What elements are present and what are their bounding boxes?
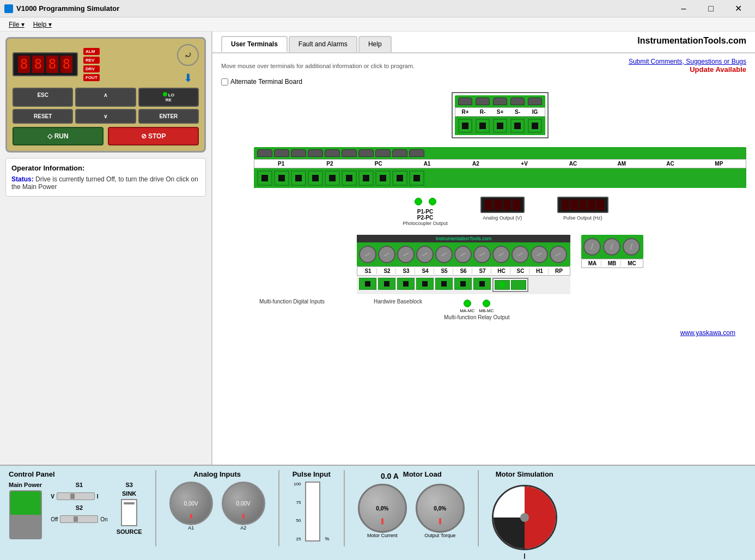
term-sq-1[interactable] xyxy=(257,171,272,186)
bot-screw-8[interactable]: / xyxy=(492,246,510,263)
term-p2[interactable]: P2 xyxy=(322,161,337,167)
relay-screw-3[interactable]: / xyxy=(623,238,640,255)
down-arrow-button[interactable]: ∨ xyxy=(75,109,136,124)
rs485-ig[interactable]: IG xyxy=(527,109,543,115)
s2-slider[interactable] xyxy=(60,515,98,523)
term-sq-9[interactable] xyxy=(392,171,407,186)
bot-sq-s6[interactable] xyxy=(454,278,472,290)
term-am[interactable]: AM xyxy=(614,161,629,167)
bot-screw-7[interactable]: / xyxy=(473,246,491,263)
motor-current-dial[interactable]: 0,0% xyxy=(358,484,407,533)
term-ac[interactable]: AC xyxy=(565,161,581,167)
a2-knob[interactable]: 0,00V xyxy=(222,482,265,525)
bot-sq-s7[interactable] xyxy=(473,278,491,290)
rs485-s-minus[interactable]: S- xyxy=(509,109,526,115)
term-sq-3[interactable] xyxy=(291,171,306,186)
bot-sq-s2[interactable] xyxy=(378,278,395,290)
seg-digit-1 xyxy=(18,56,30,73)
output-torque-dial[interactable]: 0,0% xyxy=(416,484,465,533)
tab-fault-alarms[interactable]: Fault and Alarms xyxy=(289,36,357,52)
bot-screw-1[interactable]: / xyxy=(359,246,376,263)
s2-label: S2 xyxy=(51,504,108,511)
bot-s2[interactable]: S2 xyxy=(379,268,396,274)
term-plusv[interactable]: +V xyxy=(517,161,532,167)
tab-help[interactable]: Help xyxy=(358,36,392,52)
bot-s5[interactable]: S5 xyxy=(436,268,453,274)
bot-screw-9[interactable]: / xyxy=(512,246,529,263)
motor-sim-title: Motor Simulation xyxy=(496,470,553,478)
bot-sq-s3[interactable] xyxy=(397,278,415,290)
rs485-t4[interactable] xyxy=(510,119,525,133)
bot-rp[interactable]: RP xyxy=(550,268,568,274)
bot-hc[interactable]: HC xyxy=(493,268,510,274)
mbmc-label: MB-MC xyxy=(479,308,494,313)
rs485-t3[interactable] xyxy=(493,119,507,133)
s1-slider[interactable] xyxy=(57,492,95,500)
bot-s7[interactable]: S7 xyxy=(474,268,491,274)
bot-s1[interactable]: S1 xyxy=(360,268,377,274)
term-sq-4[interactable] xyxy=(308,171,323,186)
term-p1[interactable]: P1 xyxy=(273,161,289,167)
bot-s3[interactable]: S3 xyxy=(398,268,415,274)
term-sq-10[interactable] xyxy=(409,171,424,186)
bot-screw-2[interactable]: / xyxy=(378,246,395,263)
bot-sq-s1[interactable] xyxy=(359,278,376,290)
term-ac2[interactable]: AC xyxy=(663,161,678,167)
close-button[interactable]: ✕ xyxy=(726,1,751,17)
relay-screw-1[interactable]: / xyxy=(583,238,601,255)
divider-2 xyxy=(278,470,279,546)
lo-re-button[interactable]: LORE xyxy=(138,88,199,107)
bot-screw-6[interactable]: / xyxy=(454,246,472,263)
relay-mc[interactable]: MC xyxy=(623,260,641,266)
bot-h1[interactable]: H1 xyxy=(531,268,549,274)
main-power-switch[interactable] xyxy=(9,490,42,539)
menu-help[interactable]: Help ▾ xyxy=(29,20,56,29)
scroll-icon[interactable]: ⤾ xyxy=(177,44,199,66)
bot-s4[interactable]: S4 xyxy=(417,268,434,274)
bot-sq-hc[interactable] xyxy=(495,280,510,290)
alternate-terminal-checkbox[interactable] xyxy=(221,78,228,86)
esc-button[interactable]: ESC xyxy=(13,88,73,107)
bot-screw-5[interactable]: / xyxy=(435,246,453,263)
enter-button[interactable]: ENTER xyxy=(138,109,199,124)
relay-screw-2[interactable]: / xyxy=(603,238,620,255)
term-sq-6[interactable] xyxy=(342,171,357,186)
term-a2[interactable]: A2 xyxy=(468,161,483,167)
term-a1[interactable]: A1 xyxy=(419,161,435,167)
yaskawa-link[interactable]: www.yaskawa.com xyxy=(680,329,735,337)
term-sq-5[interactable] xyxy=(325,171,340,186)
term-pc[interactable]: PC xyxy=(371,161,386,167)
submit-link[interactable]: Submit Comments, Suggestions or Bugs xyxy=(629,58,746,65)
rs485-t2[interactable] xyxy=(476,119,490,133)
term-sq-7[interactable] xyxy=(358,171,374,186)
maximize-button[interactable]: □ xyxy=(698,1,723,17)
bot-screw-4[interactable]: / xyxy=(416,246,434,263)
term-sq-8[interactable] xyxy=(375,171,391,186)
stop-button[interactable]: ⊘ STOP xyxy=(108,127,199,145)
bot-s6[interactable]: S6 xyxy=(455,268,472,274)
menu-file[interactable]: File ▾ xyxy=(4,20,29,29)
sink-source-switch[interactable] xyxy=(121,499,137,526)
bot-screw-11[interactable]: / xyxy=(550,246,567,263)
relay-mb[interactable]: MB xyxy=(604,260,621,266)
tab-user-terminals[interactable]: User Terminals xyxy=(221,36,288,52)
run-button[interactable]: ◇ RUN xyxy=(13,127,103,145)
minimize-button[interactable]: – xyxy=(671,1,696,17)
reset-button[interactable]: RESET xyxy=(13,109,73,124)
rs485-t1[interactable] xyxy=(458,119,472,133)
bot-sq-sc[interactable] xyxy=(511,280,526,290)
bot-sq-s4[interactable] xyxy=(416,278,434,290)
rs485-s-plus[interactable]: S+ xyxy=(492,109,508,115)
rs485-t5[interactable] xyxy=(528,119,542,133)
term-sq-2[interactable] xyxy=(274,171,289,186)
rs485-r-minus[interactable]: R- xyxy=(474,109,491,115)
term-mp[interactable]: MP xyxy=(711,161,727,167)
bot-screw-10[interactable]: / xyxy=(531,246,548,263)
bot-sc[interactable]: SC xyxy=(512,268,529,274)
bot-screw-3[interactable]: / xyxy=(397,246,415,263)
a1-knob[interactable]: 0,00V xyxy=(169,482,213,525)
bot-sq-s5[interactable] xyxy=(435,278,453,290)
up-arrow-button[interactable]: ∧ xyxy=(75,88,136,107)
relay-ma[interactable]: MA xyxy=(584,260,601,266)
rs485-r-plus[interactable]: R+ xyxy=(457,109,473,115)
